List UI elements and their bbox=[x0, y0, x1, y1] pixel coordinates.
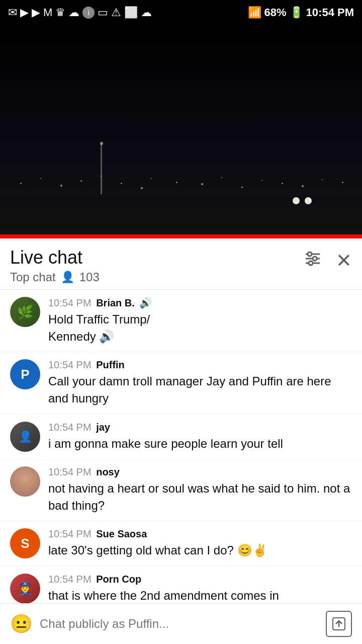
message-text: Call your damn troll manager Jay and Puf… bbox=[48, 373, 352, 407]
message-meta: 10:54 PM Brian B. 🔊 bbox=[48, 297, 352, 309]
vehicle-lights bbox=[293, 197, 312, 204]
message-username: nosy bbox=[96, 466, 120, 477]
tower-structure bbox=[101, 144, 102, 194]
avatar: 👮 bbox=[10, 574, 40, 604]
message-time: 10:54 PM bbox=[48, 359, 92, 370]
emoji-button[interactable]: 😐 bbox=[10, 613, 33, 634]
message-body: 10:54 PM Sue Saosa late 30's getting old… bbox=[48, 528, 352, 559]
message-username: jay bbox=[96, 422, 110, 433]
message-time: 10:54 PM bbox=[48, 466, 92, 477]
status-system: 📶 68% 🔋 10:54 PM bbox=[248, 6, 354, 19]
time-display: 10:54 PM bbox=[306, 6, 354, 19]
chat-title: Live chat bbox=[10, 247, 100, 268]
video-player[interactable] bbox=[0, 25, 362, 236]
message-username: Brian B. bbox=[96, 297, 135, 308]
avatar: P bbox=[10, 359, 40, 389]
person-icon: 👤 bbox=[61, 271, 74, 284]
chat-message: 👤 10:54 PM jay i am gonna make sure peop… bbox=[0, 415, 362, 460]
message-body: 10:54 PM Porn Cop that is where the 2nd … bbox=[48, 574, 352, 604]
notification-icon: ✉ bbox=[8, 6, 17, 19]
youtube-icon-2: ▶ bbox=[32, 6, 40, 19]
status-icons: ✉ ▶ ▶ M ♛ ☁ i ▭ ⚠ ⬜ ☁ bbox=[8, 6, 152, 19]
svg-point-3 bbox=[308, 252, 312, 256]
chat-header: Live chat Top chat 👤 103 ✕ bbox=[0, 238, 362, 290]
message-text: not having a heart or soul was what he s… bbox=[48, 480, 352, 514]
svg-point-4 bbox=[313, 257, 317, 261]
chat-message: 🌿 10:54 PM Brian B. 🔊 Hold Traffic Trump… bbox=[0, 290, 362, 352]
message-time: 10:54 PM bbox=[48, 528, 92, 539]
status-bar: ✉ ▶ ▶ M ♛ ☁ i ▭ ⚠ ⬜ ☁ 📶 68% 🔋 10:54 PM bbox=[0, 0, 362, 25]
message-meta: 10:54 PM jay bbox=[48, 422, 352, 433]
m-icon: M bbox=[43, 6, 52, 19]
cloud-2-icon: ☁ bbox=[141, 6, 152, 19]
message-text: i am gonna make sure people learn your t… bbox=[48, 435, 352, 452]
avatar: S bbox=[10, 528, 40, 558]
warning-icon: ⚠ bbox=[111, 6, 121, 19]
message-time: 10:54 PM bbox=[48, 574, 92, 585]
chat-messages-list: 🌿 10:54 PM Brian B. 🔊 Hold Traffic Trump… bbox=[0, 290, 362, 644]
svg-point-5 bbox=[309, 261, 313, 265]
message-time: 10:54 PM bbox=[48, 297, 92, 308]
crown-icon: ♛ bbox=[55, 6, 65, 19]
message-text: that is where the 2nd amendment comes in bbox=[48, 587, 352, 604]
message-text: Hold Traffic Trump/Kennedy 🔊 bbox=[48, 311, 352, 345]
message-meta: 10:54 PM Porn Cop bbox=[48, 574, 352, 585]
message-body: 10:54 PM jay i am gonna make sure people… bbox=[48, 422, 352, 452]
filter-button[interactable] bbox=[304, 250, 322, 272]
folder-icon: ▭ bbox=[98, 6, 108, 19]
message-meta: 10:54 PM Puffin bbox=[48, 359, 352, 371]
viewer-count: 103 bbox=[79, 270, 100, 284]
message-meta: 10:54 PM Sue Saosa bbox=[48, 528, 352, 540]
photo-icon: ⬜ bbox=[124, 6, 138, 19]
avatar: 🌿 bbox=[10, 297, 40, 327]
badge-icon: i bbox=[82, 7, 95, 19]
chat-header-controls: ✕ bbox=[304, 247, 352, 272]
message-meta: 10:54 PM nosy bbox=[48, 466, 352, 478]
message-username: Puffin bbox=[96, 359, 125, 370]
message-username: Sue Saosa bbox=[96, 528, 147, 539]
message-body: 10:54 PM Brian B. 🔊 Hold Traffic Trump/K… bbox=[48, 297, 352, 345]
message-body: 10:54 PM Puffin Call your damn troll man… bbox=[48, 359, 352, 407]
chat-input[interactable] bbox=[40, 617, 319, 631]
avatar: 👤 bbox=[10, 422, 40, 452]
city-lights bbox=[0, 164, 362, 194]
chat-panel: Live chat Top chat 👤 103 ✕ bbox=[0, 238, 362, 644]
top-chat-label: Top chat bbox=[10, 270, 56, 284]
message-text: late 30's getting old what can I do? 😊✌ bbox=[48, 542, 352, 559]
chat-message: P 10:54 PM Puffin Call your damn troll m… bbox=[0, 352, 362, 414]
battery-text: 68% bbox=[264, 6, 287, 19]
message-body: 10:54 PM nosy not having a heart or soul… bbox=[48, 466, 352, 514]
chat-input-bar: 😐 bbox=[0, 603, 362, 644]
avatar bbox=[10, 466, 40, 497]
battery-icon: 🔋 bbox=[290, 6, 303, 19]
cloud-icon: ☁ bbox=[68, 6, 79, 19]
speaker-emoji: 🔊 bbox=[139, 297, 152, 308]
chat-message: 10:54 PM nosy not having a heart or soul… bbox=[0, 459, 362, 521]
youtube-icon: ▶ bbox=[20, 6, 29, 19]
close-chat-button[interactable]: ✕ bbox=[336, 250, 352, 272]
chat-header-left: Live chat Top chat 👤 103 bbox=[10, 247, 100, 284]
send-button[interactable] bbox=[326, 611, 352, 637]
message-time: 10:54 PM bbox=[48, 422, 92, 433]
chat-subtitle: Top chat 👤 103 bbox=[10, 270, 100, 284]
chat-message: S 10:54 PM Sue Saosa late 30's getting o… bbox=[0, 521, 362, 567]
wifi-icon: 📶 bbox=[248, 6, 261, 19]
message-username: Porn Cop bbox=[96, 574, 141, 585]
